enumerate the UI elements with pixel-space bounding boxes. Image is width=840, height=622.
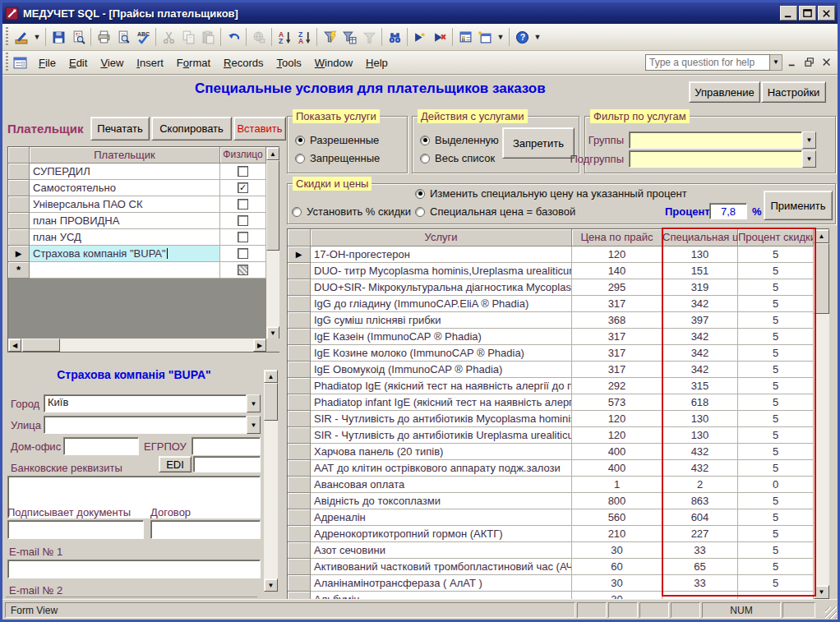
row-selector[interactable]: [8, 196, 30, 213]
service-name-cell[interactable]: SIR - Чутливість до антибіотиків Mycopla…: [311, 411, 572, 427]
apply-button[interactable]: Применить: [764, 191, 833, 220]
close-button[interactable]: [818, 6, 835, 21]
row-selector[interactable]: [288, 493, 311, 509]
house-input[interactable]: [63, 437, 139, 455]
row-selector[interactable]: [8, 229, 30, 246]
toolbar-grip[interactable]: [6, 27, 8, 47]
radio-icon[interactable]: [420, 136, 430, 145]
payer-name-cell[interactable]: план ПРОВИДНА: [30, 213, 220, 229]
discount-cell[interactable]: [738, 592, 814, 599]
menu-view[interactable]: View: [94, 53, 130, 72]
discount-cell[interactable]: 5: [738, 394, 814, 411]
find-icon[interactable]: [385, 27, 404, 47]
payer-individual-cell[interactable]: [220, 246, 266, 262]
price-cell[interactable]: 317: [572, 296, 662, 312]
special-price-cell[interactable]: 342: [662, 362, 738, 378]
discount-cell[interactable]: 0: [738, 477, 814, 493]
price-cell[interactable]: 30: [572, 575, 662, 592]
street-combo[interactable]: ▼: [44, 416, 261, 434]
special-price-cell[interactable]: 65: [662, 559, 738, 575]
checkbox-icon[interactable]: ✓: [238, 182, 248, 193]
row-selector[interactable]: [288, 312, 311, 329]
row-selector[interactable]: [288, 427, 311, 444]
radio-allowed[interactable]: Разрешенные: [295, 134, 379, 146]
price-cell[interactable]: 800: [572, 493, 662, 509]
payer-individual-cell[interactable]: [220, 262, 266, 279]
checkbox-icon[interactable]: [238, 248, 248, 259]
service-name-cell[interactable]: Авансовая оплата: [311, 477, 572, 493]
price-cell[interactable]: 140: [572, 263, 662, 279]
scroll-thumb[interactable]: [264, 383, 278, 421]
service-name-cell[interactable]: SIR - Чутливість до антибіотиків Ureplas…: [311, 427, 572, 444]
payer-row[interactable]: Самостоятельно✓: [8, 180, 279, 196]
radio-icon[interactable]: [415, 207, 425, 217]
service-name-cell[interactable]: Аланінамінотрансфераза ( АлАТ ): [311, 575, 572, 592]
payer-individual-cell[interactable]: ✓: [220, 180, 266, 196]
city-combo[interactable]: Київ ▼: [44, 394, 261, 412]
scroll-thumb[interactable]: [814, 243, 829, 314]
filter-by-form-icon[interactable]: [339, 27, 359, 47]
edi-input[interactable]: [193, 456, 261, 472]
service-row[interactable]: Phadiatop IgE (якісний тест на наявність…: [288, 378, 814, 394]
menubar-grip[interactable]: [6, 53, 8, 72]
price-cell[interactable]: 368: [572, 312, 662, 329]
payer-name-cell[interactable]: Страхова компанія "BUPA": [30, 246, 220, 262]
price-cell[interactable]: 120: [572, 246, 662, 263]
payer-row[interactable]: ▶Страхова компанія "BUPA": [8, 246, 279, 262]
price-cell[interactable]: 30: [572, 542, 662, 559]
menu-window[interactable]: Window: [308, 53, 359, 72]
print-preview-icon[interactable]: [113, 27, 133, 47]
special-price-cell[interactable]: 397: [662, 312, 738, 329]
service-name-cell[interactable]: IgE Козине молоко (ImmunoCAP ® Phadia): [311, 345, 572, 362]
scroll-thumb[interactable]: [266, 160, 279, 251]
scroll-thumb[interactable]: [22, 339, 60, 352]
new-object-icon[interactable]: *: [475, 27, 495, 47]
price-cell[interactable]: 573: [572, 394, 662, 411]
price-cell[interactable]: 60: [572, 559, 662, 575]
price-cell[interactable]: 292: [572, 378, 662, 394]
service-name-cell[interactable]: IgE Казеін (ImmunoCAP ® Phadia): [311, 329, 572, 345]
price-cell[interactable]: 560: [572, 509, 662, 526]
scroll-right-icon[interactable]: ▶: [253, 339, 266, 352]
menu-insert[interactable]: Insert: [130, 53, 170, 72]
row-selector[interactable]: [288, 542, 311, 559]
service-row[interactable]: DUO- титр Mycoplasma hominis,Ureplasma u…: [288, 263, 814, 279]
special-price-cell[interactable]: 130: [662, 427, 738, 444]
price-cell[interactable]: 317: [572, 329, 662, 345]
toolbar-options[interactable]: ▼: [532, 27, 543, 47]
discount-cell[interactable]: 5: [738, 329, 814, 345]
radio-icon[interactable]: [295, 154, 305, 164]
service-row[interactable]: IgE Казеін (ImmunoCAP ® Phadia)3173425: [288, 329, 814, 345]
payer-row[interactable]: СУПЕРДИЛ: [8, 164, 279, 180]
service-row[interactable]: IgE Овомукоід (ImmunoCAP ® Phadia)317342…: [288, 362, 814, 378]
undo-icon[interactable]: [224, 27, 243, 47]
manage-button[interactable]: Управление: [689, 81, 760, 103]
resize-grip[interactable]: [825, 607, 837, 619]
payer-individual-cell[interactable]: [220, 213, 266, 229]
discount-cell[interactable]: 5: [738, 312, 814, 329]
row-selector[interactable]: [8, 164, 30, 180]
service-name-cell[interactable]: Харчова панель (20 типів): [311, 444, 572, 460]
settings-button[interactable]: Настройки: [761, 81, 826, 103]
row-selector[interactable]: [288, 329, 311, 345]
scroll-left-icon[interactable]: ◀: [8, 339, 21, 352]
groups-value[interactable]: [629, 131, 802, 149]
service-row[interactable]: Активований частковий тромбопластиновий …: [288, 559, 814, 575]
price-cell[interactable]: 400: [572, 444, 662, 460]
discount-cell[interactable]: 5: [738, 526, 814, 542]
spelling-icon[interactable]: ABC: [133, 27, 153, 47]
scroll-up-icon[interactable]: ▲: [266, 147, 279, 160]
discount-cell[interactable]: 5: [738, 279, 814, 296]
special-price-cell[interactable]: 342: [662, 345, 738, 362]
service-name-cell[interactable]: ААТ до клітин острівкового аппарату подж…: [311, 460, 572, 477]
special-price-cell[interactable]: 33: [662, 575, 738, 592]
discount-cell[interactable]: 5: [738, 460, 814, 477]
special-price-cell[interactable]: 130: [662, 246, 738, 263]
discount-cell[interactable]: 5: [738, 263, 814, 279]
radio-price-equals-base[interactable]: Специальная цена = базовой: [415, 205, 575, 218]
service-name-cell[interactable]: Авідність до токсоплазми: [311, 493, 572, 509]
menu-format[interactable]: Format: [170, 53, 217, 72]
service-row[interactable]: DUO+SIR- Мікрокультуральна діагностика M…: [288, 279, 814, 296]
mdi-close-button[interactable]: [819, 55, 834, 70]
radio-whole-list[interactable]: Весь список: [420, 152, 495, 164]
